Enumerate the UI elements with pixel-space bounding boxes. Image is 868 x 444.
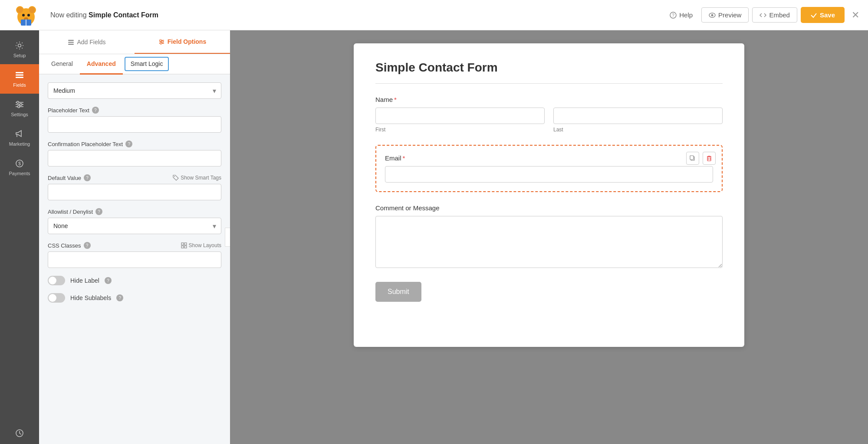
svg-point-35 — [160, 39, 161, 41]
dollar-icon: $ — [15, 159, 24, 168]
hide-label-help-icon[interactable]: ? — [105, 277, 112, 284]
editing-label: Now editing Simple Contact Form — [50, 11, 658, 19]
placeholder-help-icon[interactable]: ? — [92, 107, 99, 114]
allowlist-select[interactable]: None Allowlist Denylist — [48, 218, 221, 234]
panel-main-tabs: Add Fields Field Options — [39, 30, 230, 54]
collapse-panel-button[interactable]: ‹ — [225, 228, 230, 247]
allowlist-help-icon[interactable]: ? — [95, 208, 102, 215]
svg-point-37 — [160, 42, 162, 44]
css-classes-group: CSS Classes ? Show Layouts — [48, 242, 221, 268]
help-icon: ? — [670, 12, 677, 19]
css-classes-help-icon[interactable]: ? — [84, 242, 91, 249]
allowlist-group: Allowlist / Denylist ? None Allowlist De… — [48, 208, 221, 234]
sidebar-item-fields[interactable]: Fields — [0, 64, 39, 94]
last-name-input[interactable] — [553, 108, 723, 124]
preview-button[interactable]: Preview — [701, 7, 749, 23]
email-delete-button[interactable] — [703, 152, 716, 165]
email-required-star: * — [403, 154, 405, 162]
embed-button[interactable]: Embed — [752, 7, 797, 23]
svg-rect-39 — [181, 243, 184, 245]
form-preview-title: Simple Contact Form — [375, 61, 723, 75]
css-classes-label: CSS Classes ? — [48, 242, 91, 249]
allowlist-label: Allowlist / Denylist ? — [48, 208, 221, 215]
svg-rect-30 — [68, 42, 74, 42]
sidebar-item-history[interactable] — [0, 422, 39, 444]
last-name-group: Last — [553, 108, 723, 133]
confirmation-placeholder-label: Confirmation Placeholder Text ? — [48, 140, 221, 147]
copy-icon — [690, 155, 696, 161]
history-icon — [15, 428, 24, 438]
checkmark-icon — [810, 12, 817, 19]
svg-rect-16 — [16, 72, 23, 73]
sliders-icon — [15, 100, 24, 109]
top-bar-actions: ? Help Preview Embed Save ✕ — [664, 7, 859, 23]
form-divider — [375, 83, 723, 84]
sidebar-item-marketing[interactable]: Marketing — [0, 123, 39, 153]
svg-rect-41 — [181, 246, 184, 248]
list-icon — [68, 39, 74, 46]
sidebar-item-settings[interactable]: Settings — [0, 94, 39, 123]
confirmation-placeholder-input[interactable] — [48, 150, 221, 166]
name-label: Name* — [375, 96, 723, 103]
svg-point-5 — [29, 7, 35, 13]
first-name-input[interactable] — [375, 108, 545, 124]
tab-field-options[interactable]: Field Options — [135, 30, 230, 54]
svg-point-6 — [22, 14, 25, 16]
placeholder-text-input[interactable] — [48, 116, 221, 133]
sidebar-item-payments[interactable]: $ Payments — [0, 153, 39, 182]
sidebar-item-setup[interactable]: Setup — [0, 35, 39, 64]
main-layout: Setup Fields Settings Marketing $ Paymen… — [0, 30, 868, 444]
svg-point-36 — [161, 41, 163, 42]
svg-text:$: $ — [18, 161, 21, 166]
top-bar: Now editing Simple Contact Form ? Help P… — [0, 0, 868, 30]
subtab-smart-logic[interactable]: Smart Logic — [125, 57, 169, 71]
panel-body: Small Medium Large ▾ Placeholder Text ? — [39, 75, 230, 310]
close-button[interactable]: ✕ — [852, 10, 859, 21]
confirmation-placeholder-help-icon[interactable]: ? — [125, 140, 132, 147]
default-value-label: Default Value ? — [48, 174, 91, 181]
hide-label-toggle[interactable] — [48, 276, 65, 285]
name-fields-row: First Last — [375, 108, 723, 133]
svg-rect-31 — [68, 44, 74, 45]
form-preview: Simple Contact Form Name* First Last — [354, 43, 744, 347]
show-smart-tags-link[interactable]: Show Smart Tags — [173, 175, 221, 181]
css-classes-input[interactable] — [48, 251, 221, 268]
last-name-sublabel: Last — [553, 127, 723, 133]
hide-sublabels-help-icon[interactable]: ? — [116, 294, 123, 301]
svg-rect-29 — [68, 40, 74, 41]
svg-rect-44 — [690, 156, 694, 160]
message-textarea[interactable] — [375, 216, 723, 268]
hide-sublabels-toggle[interactable] — [48, 293, 65, 303]
email-field-actions — [686, 152, 716, 165]
trash-icon — [706, 155, 712, 161]
gear-icon — [15, 41, 24, 50]
sidebar-bottom — [0, 422, 39, 444]
subtab-advanced[interactable]: Advanced — [80, 54, 123, 75]
default-value-help-icon[interactable]: ? — [84, 174, 91, 181]
submit-button[interactable]: Submit — [375, 282, 421, 302]
default-value-input[interactable] — [48, 184, 221, 200]
allowlist-select-wrapper: None Allowlist Denylist ▾ — [48, 218, 221, 234]
show-layouts-link[interactable]: Show Layouts — [181, 242, 221, 248]
svg-point-24 — [18, 106, 20, 108]
size-select[interactable]: Small Medium Large — [48, 82, 221, 99]
svg-point-38 — [174, 176, 175, 177]
email-field[interactable]: Email* — [375, 145, 723, 192]
hide-sublabels-row: Hide Sublabels ? — [48, 293, 221, 303]
help-button[interactable]: ? Help — [664, 8, 698, 22]
grid-icon — [181, 242, 187, 248]
email-duplicate-button[interactable] — [686, 152, 699, 165]
logo-icon — [15, 4, 37, 26]
size-group: Small Medium Large ▾ — [48, 82, 221, 99]
subtab-general[interactable]: General — [44, 54, 80, 74]
email-input[interactable] — [385, 166, 713, 183]
save-button[interactable]: Save — [801, 7, 845, 23]
message-field: Comment or Message — [375, 204, 723, 270]
hide-label-row: Hide Label ? — [48, 276, 221, 285]
tab-add-fields[interactable]: Add Fields — [39, 30, 135, 54]
field-options-panel: Add Fields Field Options General Advance… — [39, 30, 230, 444]
preview-panel: Simple Contact Form Name* First Last — [230, 30, 868, 444]
svg-point-15 — [18, 44, 21, 47]
code-icon — [760, 12, 766, 19]
first-name-sublabel: First — [375, 127, 545, 133]
